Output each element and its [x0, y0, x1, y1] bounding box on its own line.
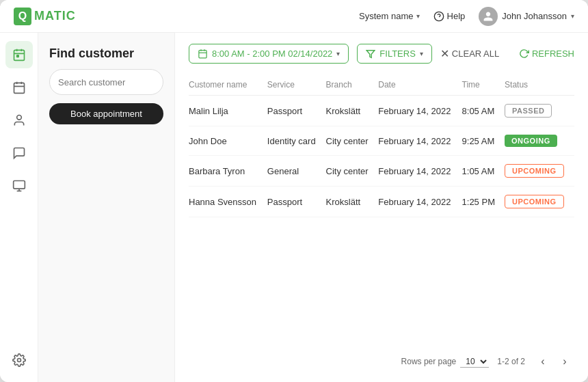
rows-per-page: Rows per page 10 25 50 [401, 356, 490, 368]
user-menu[interactable]: John Johansson ▾ [479, 7, 574, 26]
cell-branch: City center [326, 156, 379, 187]
cell-customer-name: Barbara Tyron [189, 156, 267, 187]
table-row[interactable]: Barbara Tyron General City center Februa… [189, 156, 574, 187]
cell-service: Passport [267, 187, 326, 217]
prev-page-button[interactable]: ‹ [533, 352, 552, 371]
cell-date: February 14, 2022 [378, 156, 462, 187]
left-panel: Find customer Book appointment [38, 33, 175, 382]
calendar-icon [12, 81, 26, 94]
cell-time: 1:25 PM [462, 187, 505, 217]
user-avatar-icon [483, 11, 494, 22]
main-content: Find customer Book appointment [0, 33, 588, 382]
filters-label: FILTERS [379, 49, 416, 59]
cell-status: ONGOING [505, 126, 574, 156]
user-name: John Johansson [502, 11, 567, 21]
filter-icon [366, 49, 375, 59]
svg-rect-12 [13, 181, 25, 189]
logo-text: MATIC [34, 9, 76, 23]
sidebar-item-calendar[interactable] [5, 74, 33, 101]
find-customer-title: Find customer [49, 46, 163, 61]
svg-rect-7 [14, 83, 24, 93]
page-nav: ‹ › [533, 352, 574, 371]
help-label: Help [447, 11, 466, 21]
cell-customer-name: John Doe [189, 126, 267, 156]
col-status: Status [505, 74, 574, 96]
toolbar: 8:00 AM - 2:00 PM 02/14/2022 ▾ FILTERS ▾… [189, 44, 574, 64]
table-row[interactable]: Malin Lilja Passport Krokslätt February … [189, 96, 574, 126]
system-name-label: System name [359, 11, 413, 21]
person-icon [12, 113, 26, 127]
status-badge: PASSED [505, 104, 552, 118]
search-box [49, 69, 163, 95]
calendar-today-icon [12, 48, 26, 62]
col-branch: Branch [326, 74, 379, 96]
app-window: Q MATIC System name ▾ Help [0, 0, 588, 382]
svg-rect-18 [199, 51, 206, 58]
svg-point-11 [16, 115, 21, 120]
status-badge: UPCOMING [505, 164, 564, 178]
logo-icon: Q [14, 8, 31, 25]
status-badge: UPCOMING [505, 195, 564, 208]
clear-all-label: CLEAR ALL [452, 49, 499, 59]
settings-icon [12, 353, 26, 367]
filters-chevron-icon: ▾ [420, 50, 423, 57]
help-circle-icon [433, 11, 444, 22]
rows-per-page-select[interactable]: 10 25 50 [460, 356, 489, 368]
chat-icon [12, 146, 26, 160]
cell-customer-name: Malin Lilja [189, 96, 267, 126]
table-header-row: Customer name Service Branch Date Time S… [189, 74, 574, 96]
refresh-icon [519, 49, 529, 59]
date-filter-chevron-icon: ▾ [336, 50, 340, 57]
status-badge: ONGOING [505, 135, 557, 147]
cell-date: February 14, 2022 [378, 187, 462, 217]
monitor-icon [12, 179, 26, 193]
avatar [479, 7, 498, 26]
cell-branch: Krokslätt [326, 187, 379, 217]
page-info: 1-2 of 2 [497, 357, 525, 366]
user-chevron-icon: ▾ [571, 12, 574, 20]
sidebar-item-settings[interactable] [5, 346, 33, 374]
book-appointment-button[interactable]: Book appointment [49, 103, 163, 124]
refresh-label: REFRESH [532, 49, 574, 59]
cell-service: Passport [267, 96, 326, 126]
col-service: Service [267, 74, 326, 96]
svg-rect-6 [16, 55, 18, 57]
cell-branch: Krokslätt [326, 96, 379, 126]
col-customer-name: Customer name [189, 74, 267, 96]
cell-service: General [267, 156, 326, 187]
sidebar-item-messages[interactable] [5, 139, 33, 167]
refresh-button[interactable]: REFRESH [519, 49, 574, 59]
calendar-filter-icon [198, 49, 208, 59]
system-name-chevron-icon: ▾ [416, 12, 420, 20]
date-filter-button[interactable]: 8:00 AM - 2:00 PM 02/14/2022 ▾ [189, 44, 349, 64]
header: Q MATIC System name ▾ Help [0, 0, 588, 33]
search-input[interactable] [50, 73, 163, 92]
table-row[interactable]: John Doe Identity card City center Febru… [189, 126, 574, 156]
clear-all-button[interactable]: ✕ CLEAR ALL [440, 47, 499, 60]
pagination: Rows per page 10 25 50 1-2 of 2 ‹ › [189, 344, 574, 371]
next-page-button[interactable]: › [555, 352, 574, 371]
right-panel: 8:00 AM - 2:00 PM 02/14/2022 ▾ FILTERS ▾… [175, 33, 588, 382]
help-button[interactable]: Help [433, 11, 466, 22]
sidebar-item-monitor[interactable] [5, 172, 33, 200]
sidebar-item-customers[interactable] [5, 107, 33, 134]
clear-x-icon: ✕ [440, 47, 449, 60]
filters-button[interactable]: FILTERS ▾ [357, 44, 432, 64]
cell-status: UPCOMING [505, 187, 574, 217]
cell-date: February 14, 2022 [378, 96, 462, 126]
header-right: System name ▾ Help John Johansson ▾ [359, 7, 574, 26]
cell-service: Identity card [267, 126, 326, 156]
table-row[interactable]: Hanna Svensson Passport Krokslätt Februa… [189, 187, 574, 217]
system-name-dropdown[interactable]: System name ▾ [359, 11, 419, 21]
cell-date: February 14, 2022 [378, 126, 462, 156]
date-filter-label: 8:00 AM - 2:00 PM 02/14/2022 [212, 49, 332, 59]
sidebar-item-today[interactable] [5, 41, 33, 68]
appointments-table: Customer name Service Branch Date Time S… [189, 74, 574, 344]
cell-time: 9:25 AM [462, 126, 505, 156]
rows-per-page-label: Rows per page [401, 357, 457, 366]
svg-point-15 [17, 359, 21, 362]
svg-marker-22 [367, 50, 375, 57]
cell-branch: City center [326, 126, 379, 156]
col-time: Time [462, 74, 505, 96]
cell-time: 8:05 AM [462, 96, 505, 126]
